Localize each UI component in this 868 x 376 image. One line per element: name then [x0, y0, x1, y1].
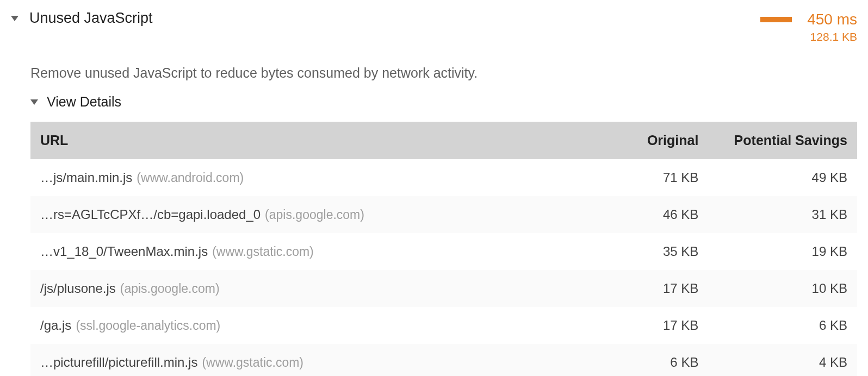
chevron-down-icon[interactable] — [11, 16, 18, 21]
cell-savings: 19 KB — [708, 233, 857, 270]
url-domain: (apis.google.com) — [120, 281, 220, 296]
col-header-original: Original — [560, 122, 709, 159]
url-domain: (ssl.google-analytics.com) — [76, 318, 220, 333]
details-section: View Details URL Original Potential Savi… — [30, 94, 857, 376]
view-details-label: View Details — [47, 94, 121, 110]
chevron-down-icon — [30, 99, 38, 105]
url-path[interactable]: …picturefill/picturefill.min.js — [40, 355, 197, 369]
cell-original: 6 KB — [560, 344, 709, 376]
table-row: /js/plusone.js(apis.google.com)17 KB10 K… — [30, 270, 857, 307]
view-details-toggle[interactable]: View Details — [30, 94, 857, 110]
cell-savings: 31 KB — [708, 196, 857, 233]
audit-header-left: Unused JavaScript — [11, 10, 749, 27]
url-path[interactable]: /ga.js — [40, 318, 71, 333]
url-path[interactable]: …js/main.min.js — [40, 170, 132, 185]
url-domain: (www.gstatic.com) — [202, 355, 303, 369]
cell-savings: 49 KB — [708, 159, 857, 196]
url-domain: (apis.google.com) — [265, 208, 364, 222]
cell-savings: 6 KB — [708, 307, 857, 344]
audit-table: URL Original Potential Savings …js/main.… — [30, 122, 857, 376]
cell-original: 17 KB — [560, 307, 709, 344]
cell-url: …picturefill/picturefill.min.js(www.gsta… — [30, 344, 560, 376]
cell-url: …js/main.min.js(www.android.com) — [30, 159, 560, 196]
url-path[interactable]: …rs=AGLTcCPXf…/cb=gapi.loaded_0 — [40, 207, 261, 222]
table-row: …v1_18_0/TweenMax.min.js(www.gstatic.com… — [30, 233, 857, 270]
table-header-row: URL Original Potential Savings — [30, 122, 857, 159]
cell-url: /ga.js(ssl.google-analytics.com) — [30, 307, 560, 344]
audit-description: Remove unused JavaScript to reduce bytes… — [30, 65, 857, 81]
cell-original: 71 KB — [560, 159, 709, 196]
metric-time: 450 ms — [807, 11, 857, 28]
table-row: …picturefill/picturefill.min.js(www.gsta… — [30, 344, 857, 376]
url-domain: (www.gstatic.com) — [212, 245, 314, 259]
table-row: …js/main.min.js(www.android.com)71 KB49 … — [30, 159, 857, 196]
savings-bar-icon — [760, 17, 792, 22]
metric-size: 128.1 KB — [810, 30, 857, 43]
col-header-savings: Potential Savings — [708, 122, 857, 159]
metric-top-row: 450 ms — [760, 11, 857, 28]
url-domain: (www.android.com) — [137, 171, 244, 185]
cell-url: …rs=AGLTcCPXf…/cb=gapi.loaded_0(apis.goo… — [30, 196, 560, 233]
cell-savings: 4 KB — [708, 344, 857, 376]
cell-original: 35 KB — [560, 233, 709, 270]
url-path[interactable]: …v1_18_0/TweenMax.min.js — [40, 244, 208, 259]
cell-original: 17 KB — [560, 270, 709, 307]
cell-url: /js/plusone.js(apis.google.com) — [30, 270, 560, 307]
table-row: …rs=AGLTcCPXf…/cb=gapi.loaded_0(apis.goo… — [30, 196, 857, 233]
cell-url: …v1_18_0/TweenMax.min.js(www.gstatic.com… — [30, 233, 560, 270]
audit-title[interactable]: Unused JavaScript — [29, 10, 153, 27]
cell-savings: 10 KB — [708, 270, 857, 307]
audit-header: Unused JavaScript 450 ms 128.1 KB — [11, 10, 857, 43]
cell-original: 46 KB — [560, 196, 709, 233]
audit-metrics: 450 ms 128.1 KB — [760, 10, 857, 43]
table-row: /ga.js(ssl.google-analytics.com)17 KB6 K… — [30, 307, 857, 344]
col-header-url: URL — [30, 122, 560, 159]
url-path[interactable]: /js/plusone.js — [40, 281, 116, 296]
